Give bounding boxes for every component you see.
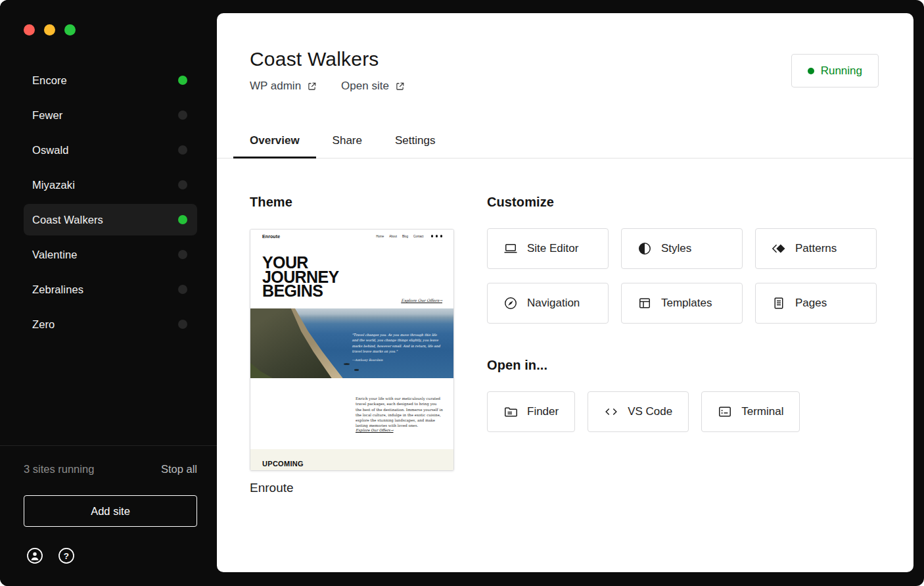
sidebar-site-item[interactable]: Zero	[24, 308, 197, 340]
theme-preview-card[interactable]: Enroute Home About Blog Contact YOUR JOU…	[250, 229, 454, 471]
sites-running-status: 3 sites running	[24, 463, 94, 476]
status-badge-label: Running	[821, 64, 862, 78]
open-finder-button[interactable]: Finder	[487, 391, 575, 432]
sidebar: Encore Fewer Oswald Miyazaki Coast Walke…	[0, 0, 217, 586]
preview-headline: YOUR JOURNEY BEGINS	[262, 256, 339, 299]
site-name: Zebralines	[32, 283, 178, 296]
minimize-window-icon[interactable]	[44, 24, 55, 36]
theme-name-caption: Enroute	[250, 481, 294, 495]
sidebar-site-item[interactable]: Fewer	[24, 99, 197, 131]
theme-section-heading: Theme	[250, 195, 292, 210]
site-status-dot	[178, 215, 187, 224]
preview-social-icons	[431, 235, 443, 237]
wp-admin-link-label: WP admin	[250, 80, 301, 93]
preview-coast-photo: "Travel changes you. As you move through…	[250, 308, 453, 378]
folder-icon	[503, 404, 519, 420]
button-label: Pages	[795, 297, 827, 310]
site-name: Encore	[32, 74, 178, 87]
sidebar-site-item[interactable]: Miyazaki	[24, 169, 197, 201]
button-label: Styles	[661, 242, 691, 255]
external-link-icon	[394, 81, 405, 92]
preview-explore-link: Explore Our Offers→	[401, 298, 442, 303]
open-terminal-button[interactable]: Terminal	[701, 391, 800, 432]
help-icon[interactable]: ?	[58, 547, 75, 564]
tab-settings[interactable]: Settings	[379, 125, 451, 159]
laptop-icon	[503, 241, 519, 256]
rock-shape	[354, 369, 359, 371]
wp-admin-link[interactable]: WP admin	[250, 80, 317, 93]
open-site-link[interactable]: Open site	[341, 80, 405, 93]
navigation-button[interactable]: Navigation	[487, 283, 609, 324]
navigation-icon	[503, 295, 519, 311]
site-status-dot	[178, 320, 187, 329]
code-icon	[603, 404, 619, 420]
preview-upcoming-label: UPCOMING	[262, 460, 304, 468]
preview-nav-item: About	[389, 235, 397, 238]
site-status-dot	[178, 250, 187, 259]
site-status-dot	[178, 76, 187, 85]
sidebar-site-item[interactable]: Zebralines	[24, 274, 197, 305]
pages-button[interactable]: Pages	[755, 283, 877, 324]
status-badge: Running	[791, 54, 879, 87]
preview-hero: YOUR JOURNEY BEGINS Explore Our Offers→	[250, 243, 453, 308]
account-icon[interactable]	[26, 547, 43, 564]
preview-site-nav: Home About Blog Contact	[376, 235, 442, 238]
close-window-icon[interactable]	[24, 24, 35, 36]
site-editor-button[interactable]: Site Editor	[487, 228, 609, 269]
preview-nav-item: Contact	[413, 235, 424, 238]
external-link-icon	[306, 81, 317, 92]
sidebar-site-item-selected[interactable]: Coast Walkers	[24, 204, 197, 235]
page-title: Coast Walkers	[250, 48, 379, 70]
open-in-row: Finder VS Code Terminal	[487, 391, 800, 432]
window-controls	[24, 24, 76, 36]
styles-icon	[637, 241, 653, 256]
templates-button[interactable]: Templates	[621, 283, 743, 324]
patterns-icon	[771, 241, 787, 256]
sidebar-site-item[interactable]: Encore	[24, 64, 197, 96]
preview-nav-item: Home	[376, 235, 384, 238]
button-label: Templates	[661, 297, 712, 310]
button-label: Finder	[527, 405, 559, 418]
terminal-icon	[717, 404, 733, 420]
button-label: VS Code	[628, 405, 672, 418]
styles-button[interactable]: Styles	[621, 228, 743, 269]
site-status-dot	[178, 145, 187, 155]
open-vscode-button[interactable]: VS Code	[588, 391, 689, 432]
preview-upcoming-strip: UPCOMING	[250, 449, 453, 471]
open-in-section-heading: Open in...	[487, 358, 547, 373]
zoom-window-icon[interactable]	[64, 24, 76, 36]
running-dot-icon	[808, 68, 814, 74]
preview-site-logo: Enroute	[262, 234, 280, 239]
patterns-button[interactable]: Patterns	[755, 228, 877, 269]
sidebar-site-item[interactable]: Valentine	[24, 239, 197, 270]
button-label: Patterns	[795, 242, 837, 255]
tab-share[interactable]: Share	[316, 125, 379, 159]
rock-shape	[344, 363, 350, 365]
site-name: Fewer	[32, 109, 178, 122]
site-name: Miyazaki	[32, 179, 178, 191]
site-list: Encore Fewer Oswald Miyazaki Coast Walke…	[24, 64, 197, 343]
site-name: Zero	[32, 318, 178, 331]
site-status-dot	[178, 285, 187, 294]
templates-icon	[637, 295, 653, 311]
header-links: WP admin Open site	[250, 80, 405, 93]
sidebar-footer: 3 sites running Stop all Add site ?	[0, 445, 217, 586]
preview-quote: "Travel changes you. As you move through…	[352, 332, 442, 363]
tab-overview[interactable]: Overview	[233, 125, 316, 159]
site-status-dot	[178, 110, 187, 120]
preview-quote-attribution: —Anthony Bourdain	[352, 358, 442, 363]
preview-explore-link: Explore Our Offers→	[356, 428, 394, 432]
button-label: Site Editor	[527, 242, 578, 255]
button-label: Terminal	[741, 405, 783, 418]
button-label: Navigation	[527, 297, 580, 310]
pages-icon	[771, 295, 787, 311]
stop-all-button[interactable]: Stop all	[161, 463, 197, 476]
add-site-button[interactable]: Add site	[24, 495, 197, 527]
preview-body-section: Enrich your life with our meticulously c…	[250, 378, 453, 449]
sidebar-site-item[interactable]: Oswald	[24, 134, 197, 166]
preview-paragraph: Enrich your life with our meticulously c…	[356, 396, 443, 429]
customize-grid: Site Editor Styles Patterns	[487, 228, 877, 324]
site-name: Coast Walkers	[32, 214, 178, 226]
site-name: Oswald	[32, 144, 178, 157]
tab-bar: Overview Share Settings	[217, 125, 913, 159]
